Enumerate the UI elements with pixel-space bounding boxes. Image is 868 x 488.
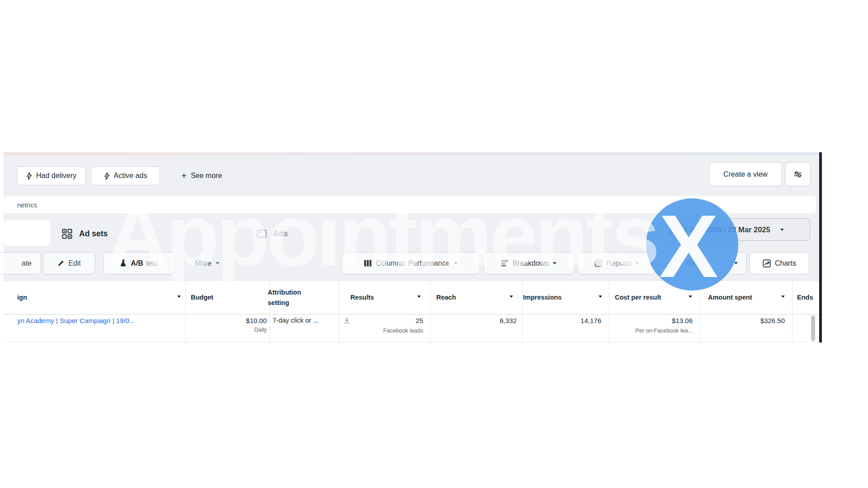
campaign-name-link[interactable]: yn Academy | Super Campaign | 19/0... [17,317,135,324]
create-a-view-label: Create a view [723,170,768,178]
filter-settings-button[interactable] [785,162,811,186]
results-type: Facebook leads [383,328,423,334]
plus-icon: + [181,173,187,179]
column-header-amount-spent[interactable]: Amount spent [708,294,752,301]
chevron-down-icon [216,262,219,264]
sliders-icon [794,171,802,178]
column-header-impressions[interactable]: Impressions [523,294,561,301]
header-divider [4,314,819,314]
ab-test-label-bold: A/B [131,259,143,267]
column-divider [609,281,609,342]
reports-label: Reports [606,259,632,267]
column-header-attribution[interactable]: Attribution setting [268,287,321,308]
ad-sets-grid-icon [62,229,72,239]
search-input-text: netrics [17,201,37,209]
chevron-down-icon [636,262,639,264]
cost-per-result-type: Per on-Facebook lea... [636,328,693,334]
column-divider [522,281,523,342]
ads-manager-screenshot-page: Had delivery Active ads + See more Creat… [0,0,868,488]
tab-ad-sets[interactable]: Ad sets [62,225,108,242]
column-header-cost-per-result[interactable]: Cost per result [615,294,661,301]
tab-ads[interactable]: Ads [257,225,288,242]
create-a-view-button[interactable]: Create a view [709,162,782,186]
amount-spent-value: $326.50 [760,317,785,324]
row-divider [4,342,819,343]
duplicate-button-partial[interactable]: ate [0,252,41,274]
chevron-down-icon [454,262,458,264]
results-value: 25 [415,317,423,324]
chevron-down-icon [780,229,784,231]
breakdown-label: Breakdown [513,259,549,267]
column-header-ends[interactable]: Ends [797,294,813,301]
sort-caret-icon[interactable] [509,296,513,298]
sort-caret-icon[interactable] [417,296,421,298]
charts-icon [763,259,771,267]
tab-campaigns-partial[interactable] [4,220,51,246]
breakdown-button[interactable]: Breakdown [483,252,575,274]
edit-label: Edit [68,259,81,267]
duplicate-label: ate [22,259,32,267]
filter-had-delivery-button[interactable]: Had delivery [17,166,86,185]
more-label: More [195,259,211,267]
reports-icon [594,259,602,267]
click-annotation-circle [646,198,738,291]
column-header-campaign[interactable]: ign [17,294,27,301]
columns-icon [364,260,372,267]
reports-button[interactable]: Reports [577,252,656,274]
sort-caret-icon[interactable] [689,296,692,298]
columns-label: Columns: Performance [376,259,450,267]
column-divider [792,281,793,342]
charts-button[interactable]: Charts [750,252,809,274]
table-scrollbar-thumb[interactable] [811,315,815,341]
more-button[interactable]: More [184,252,231,274]
see-more-button[interactable]: + See more [172,166,231,185]
columns-button[interactable]: Columns: Performance [341,252,480,274]
sort-caret-icon[interactable] [781,296,785,298]
tab-ads-label: Ads [273,229,288,239]
ab-test-button[interactable]: A/B test [103,252,175,274]
filter-active-ads-button[interactable]: Active ads [91,166,160,185]
column-divider [339,281,339,342]
filter-label: Had delivery [36,172,76,180]
budget-value: $10.00 [246,317,267,324]
reach-value: 6,332 [500,317,517,324]
cost-per-result-value: $13.06 [672,317,693,324]
tab-ad-sets-label: Ad sets [79,229,108,239]
screenshot-right-edge [819,152,822,343]
ads-frame-icon [257,230,267,238]
pencil-icon [57,260,64,267]
charts-label: Charts [775,259,796,267]
filter-label: Active ads [114,172,147,180]
download-results-icon[interactable] [344,317,350,324]
edit-button[interactable]: Edit [43,252,95,274]
chevron-down-icon [553,262,557,264]
impressions-value: 14,176 [580,317,601,324]
breakdown-icon [501,260,509,267]
column-header-budget[interactable]: Budget [191,294,213,301]
ab-test-label-rest: test [146,259,158,267]
budget-type: Daily [254,327,267,333]
lightning-icon [26,172,32,180]
attribution-value: 7-day click or ... [273,317,319,324]
flask-icon [120,259,127,267]
see-more-label: See more [191,172,222,180]
sort-caret-icon[interactable] [599,296,602,298]
column-header-results[interactable]: Results [350,294,374,301]
lightning-icon [104,172,110,180]
column-header-reach[interactable]: Reach [436,294,456,301]
column-divider [430,281,430,342]
sort-caret-icon[interactable] [177,296,181,298]
column-divider [185,281,186,342]
